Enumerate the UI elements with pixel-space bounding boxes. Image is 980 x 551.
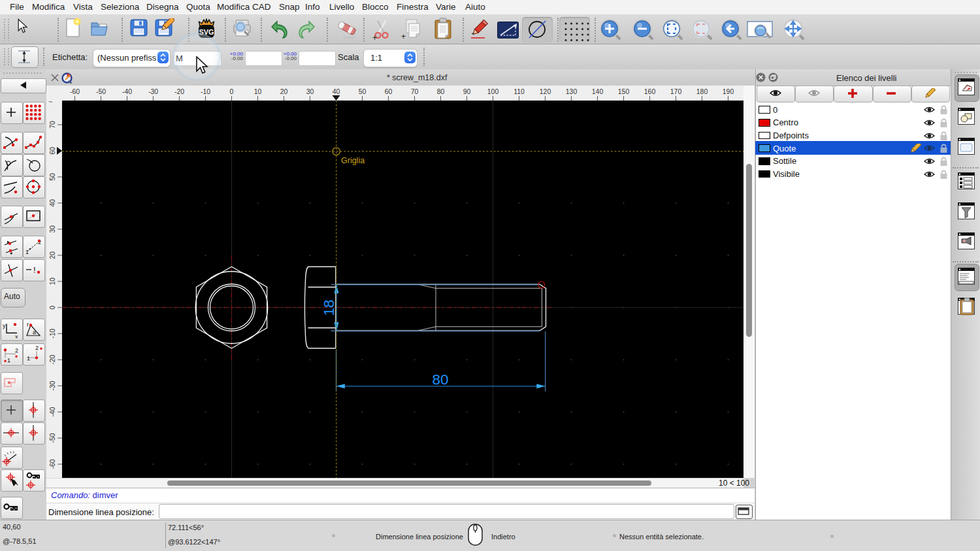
svg-text:140: 140 (592, 87, 604, 95)
svg-text:10: 10 (254, 87, 262, 95)
svg-text:-50: -50 (96, 87, 106, 95)
svg-text:50: 50 (48, 173, 56, 181)
svg-text:0: 0 (48, 306, 56, 309)
svg-text:40: 40 (48, 199, 56, 207)
svg-text:30: 30 (48, 225, 56, 233)
svg-text:-40: -40 (48, 407, 56, 417)
svg-text:30: 30 (306, 87, 314, 95)
svg-text:170: 170 (670, 87, 682, 95)
svg-text:90: 90 (463, 87, 471, 95)
svg-text:120: 120 (540, 87, 551, 95)
svg-text:-10: -10 (48, 328, 56, 338)
svg-text:18: 18 (321, 300, 337, 316)
svg-text:20: 20 (48, 251, 56, 259)
svg-text:-20: -20 (174, 87, 184, 95)
svg-text:40: 40 (333, 87, 340, 95)
svg-text:110: 110 (514, 87, 525, 95)
svg-text:-60: -60 (70, 87, 80, 95)
svg-text:-10: -10 (201, 87, 210, 95)
svg-text:180: 180 (696, 87, 708, 95)
svg-text:-60: -60 (48, 459, 56, 469)
svg-text:-50: -50 (48, 433, 56, 443)
svg-text:-20: -20 (48, 354, 56, 364)
svg-text:~: ~ (48, 98, 52, 106)
svg-text:70: 70 (48, 121, 56, 129)
svg-text:-40: -40 (122, 87, 132, 95)
svg-text:160: 160 (644, 87, 656, 95)
svg-text:80: 80 (437, 87, 445, 95)
svg-text:80: 80 (432, 371, 448, 388)
svg-text:20: 20 (280, 87, 288, 95)
svg-text:-30: -30 (148, 87, 158, 95)
svg-text:50: 50 (359, 87, 367, 95)
svg-text:100: 100 (487, 87, 499, 95)
svg-text:Griglia: Griglia (341, 156, 365, 165)
svg-text:150: 150 (618, 87, 630, 95)
svg-text:10: 10 (48, 277, 56, 285)
svg-text:190: 190 (723, 87, 734, 95)
svg-text:-30: -30 (48, 381, 56, 390)
svg-text:60: 60 (385, 87, 393, 95)
svg-text:60: 60 (48, 147, 56, 155)
svg-text:70: 70 (411, 87, 419, 95)
svg-text:0: 0 (230, 87, 234, 95)
svg-text:130: 130 (566, 87, 578, 95)
